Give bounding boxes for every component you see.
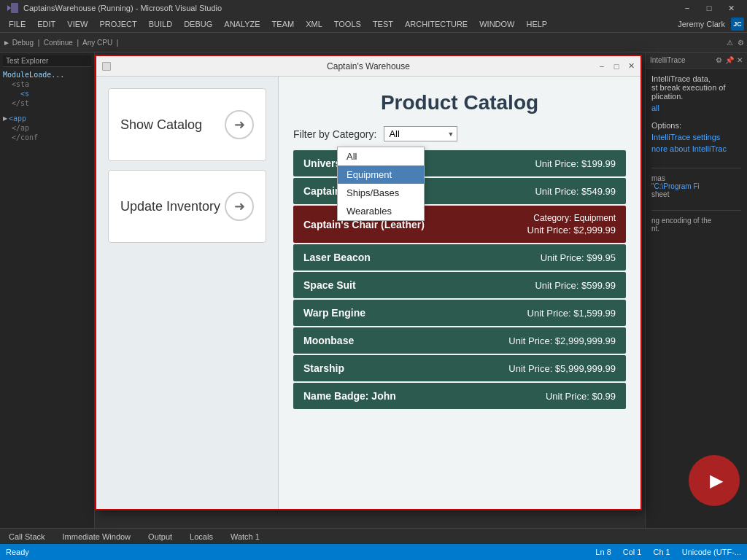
menu-file[interactable]: FILE xyxy=(3,18,31,30)
product-item-name-badge[interactable]: Name Badge: John Unit Price: $0.99 xyxy=(293,383,626,409)
dropdown-item-wearables[interactable]: Wearables xyxy=(338,202,424,220)
app-titlebar: Captain's Warehouse − □ ✕ xyxy=(96,56,640,77)
ide-main: Test Explorer ModuleLoade... <sta <s </s… xyxy=(0,52,747,528)
menu-xml[interactable]: XML xyxy=(300,18,328,30)
show-catalog-button[interactable]: Show Catalog ➜ xyxy=(108,88,266,161)
product-item-starship[interactable]: Starship Unit Price: $5,999,999.99 xyxy=(293,355,626,381)
toolbar-intellitrace-icon: ⚠ xyxy=(727,39,733,47)
intellitrace-pin-icon[interactable]: 📌 xyxy=(725,56,734,64)
encoding-text: mas xyxy=(651,174,741,182)
menu-test[interactable]: TEST xyxy=(367,18,399,30)
page-title: Product Catalog xyxy=(293,91,626,114)
app-main: Product Catalog Filter by Category: All … xyxy=(279,77,640,509)
product-item-space-suit[interactable]: Space Suit Unit Price: $599.99 xyxy=(293,272,626,298)
window-controls: − □ ✕ xyxy=(677,1,741,15)
encoding-sheet: sheet xyxy=(651,190,741,198)
intellitrace-text-2: st break execution of xyxy=(651,83,741,92)
encoding-section2: ng encoding of the nt. xyxy=(651,210,741,233)
menu-project[interactable]: PROJECT xyxy=(93,18,142,30)
category-dropdown-menu: All Equipment Ships/Bases Wearables xyxy=(337,147,425,221)
update-inventory-label: Update Inventory xyxy=(120,199,220,214)
status-ln: Ln 8 xyxy=(595,548,611,556)
code-line-app-row: ▶ <app xyxy=(3,114,91,123)
restore-button[interactable]: □ xyxy=(699,1,719,15)
intellitrace-body: IntelliTrace data, st break execution of… xyxy=(646,69,747,238)
menu-build[interactable]: BUILD xyxy=(143,18,178,30)
tab-watch-1[interactable]: Watch 1 xyxy=(228,531,263,542)
intellitrace-all-link[interactable]: all xyxy=(651,104,741,112)
dropdown-item-equipment[interactable]: Equipment xyxy=(338,166,424,184)
status-ready: Ready xyxy=(6,548,29,556)
pluralsight-play-button[interactable]: ▶ xyxy=(689,455,740,506)
product-price-5: Unit Price: $1,599.99 xyxy=(527,308,616,319)
intellitrace-options-label: Options: xyxy=(651,121,741,130)
menu-edit[interactable]: EDIT xyxy=(31,18,61,30)
product-price-4: Unit Price: $599.99 xyxy=(535,280,616,291)
toolbar-right: ⚠ ⚙ xyxy=(727,39,744,47)
product-name-3: Laser Beacon xyxy=(303,252,371,263)
intellitrace-settings-icon[interactable]: ⚙ xyxy=(716,56,722,64)
product-item-moonbase[interactable]: Moonbase Unit Price: $2,999,999.99 xyxy=(293,327,626,354)
intellitrace-settings-link[interactable]: IntelliTrace settings xyxy=(651,133,741,141)
vs-menubar: FILE EDIT VIEW PROJECT BUILD DEBUG ANALY… xyxy=(0,16,747,32)
toolbar-gear-icon: ⚙ xyxy=(738,39,744,47)
right-panel-header: IntelliTrace ⚙ 📌 ✕ xyxy=(646,52,747,69)
dropdown-item-all[interactable]: All xyxy=(338,147,424,166)
svg-rect-1 xyxy=(11,3,18,13)
bottom-tabs-bar: Call Stack Immediate Window Output Local… xyxy=(0,528,747,544)
menu-analyze[interactable]: ANALYZE xyxy=(218,18,266,30)
update-inventory-button[interactable]: Update Inventory ➜ xyxy=(108,170,266,243)
tab-locals[interactable]: Locals xyxy=(187,531,216,542)
code-line-2: <s xyxy=(3,89,91,98)
vs-logo-icon xyxy=(6,1,19,15)
category-select[interactable]: All Equipment Ships/Bases Wearables xyxy=(384,126,457,141)
menu-window[interactable]: WINDOW xyxy=(473,18,520,30)
product-item-laser-beacon[interactable]: Laser Beacon Unit Price: $99.95 xyxy=(293,244,626,271)
status-col: Col 1 xyxy=(623,548,642,556)
dropdown-item-ships[interactable]: Ships/Bases xyxy=(338,184,424,202)
menu-team[interactable]: TEAM xyxy=(266,18,301,30)
product-category-2: Category: Equipment xyxy=(533,213,616,223)
tab-immediate-window[interactable]: Immediate Window xyxy=(60,531,134,542)
menu-debug[interactable]: DEBUG xyxy=(178,18,218,30)
right-panel: IntelliTrace ⚙ 📌 ✕ IntelliTrace data, st… xyxy=(645,52,747,528)
intellitrace-close-icon[interactable]: ✕ xyxy=(737,56,743,64)
product-name-5: Warp Engine xyxy=(303,307,365,319)
user-avatar: JC xyxy=(731,18,744,31)
product-name-7: Starship xyxy=(303,362,344,374)
left-panel: Test Explorer ModuleLoade... <sta <s </s… xyxy=(0,52,95,528)
product-item-warp-engine[interactable]: Warp Engine Unit Price: $1,599.99 xyxy=(293,300,626,326)
module-loader-label: ModuleLoade... xyxy=(3,70,91,79)
product-price-6: Unit Price: $2,999,999.99 xyxy=(508,335,616,346)
tab-output[interactable]: Output xyxy=(145,531,175,542)
menu-tools[interactable]: TOOLS xyxy=(328,18,367,30)
close-button[interactable]: ✕ xyxy=(721,1,741,15)
minimize-button[interactable]: − xyxy=(677,1,697,15)
product-name-6: Moonbase xyxy=(303,335,354,346)
code-spacer xyxy=(3,108,91,114)
left-panel-tab-label: Test Explorer xyxy=(3,55,91,67)
app-minimize-button[interactable]: − xyxy=(595,60,608,73)
app-restore-button[interactable]: □ xyxy=(610,60,623,73)
product-price-1: Unit Price: $549.99 xyxy=(535,186,616,197)
play-icon: ▶ xyxy=(710,470,723,491)
toolbar-debug: ► Debug | Continue | Any CPU | xyxy=(3,39,118,47)
intellitrace-text-3: plication. xyxy=(651,92,741,101)
code-line-endapp: </ap xyxy=(3,123,91,133)
show-catalog-arrow-icon: ➜ xyxy=(225,110,254,139)
expand-icon: ▶ xyxy=(3,115,7,122)
menu-help[interactable]: HELP xyxy=(520,18,553,30)
tab-call-stack[interactable]: Call Stack xyxy=(6,531,48,542)
show-catalog-label: Show Catalog xyxy=(120,117,202,133)
product-price-2: Unit Price: $2,999.99 xyxy=(527,225,616,236)
user-area: Jeremy Clark JC xyxy=(678,18,744,31)
menu-architecture[interactable]: ARCHITECTURE xyxy=(399,18,473,30)
product-price-3: Unit Price: $99.95 xyxy=(541,252,616,263)
intellitrace-more-link[interactable]: nore about IntelliTrac xyxy=(651,144,741,153)
update-inventory-arrow-icon: ➜ xyxy=(225,192,254,221)
user-name: Jeremy Clark xyxy=(678,20,725,28)
encoding-section: mas "C:\Program Fi sheet xyxy=(651,168,741,198)
app-close-button[interactable]: ✕ xyxy=(624,60,638,73)
product-price-8: Unit Price: $0.99 xyxy=(546,391,616,402)
menu-view[interactable]: VIEW xyxy=(61,18,93,30)
